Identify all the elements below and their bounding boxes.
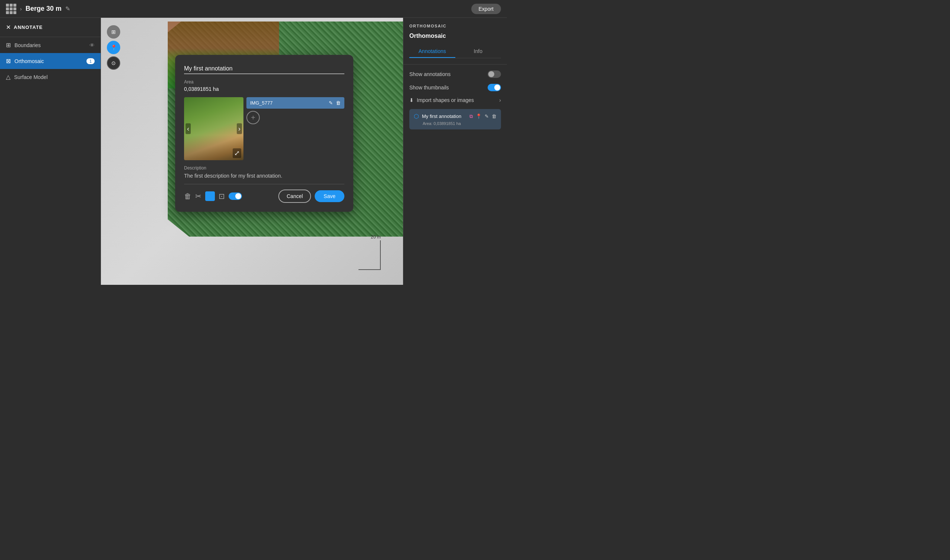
tab-info[interactable]: Info bbox=[455, 45, 501, 58]
breadcrumb-chevron: › bbox=[20, 6, 22, 12]
import-icon: ⬇ bbox=[409, 97, 414, 103]
right-sidebar: ORTHOMOSAIC Orthomosaic Annotations Info… bbox=[403, 18, 507, 285]
cut-annotation-button[interactable]: ✂ bbox=[195, 192, 202, 201]
annotation-modal: Area 0,03891851 ha ‹ › ⤢ IMG_5777 ✎ 🗑 bbox=[175, 55, 353, 212]
save-button[interactable]: Save bbox=[315, 190, 344, 202]
sidebar-item-boundaries-left: ⊞ Boundaries bbox=[6, 42, 41, 49]
scale-bar: 20 m bbox=[358, 234, 381, 270]
divider bbox=[184, 184, 344, 184]
toggle-bg[interactable] bbox=[228, 192, 242, 200]
surface-model-icon: △ bbox=[6, 74, 11, 80]
scale-label: 20 m bbox=[371, 234, 381, 240]
rs-body: Show annotations Show thumbnails ⬇ Impor… bbox=[403, 65, 507, 285]
toggle-knob bbox=[235, 193, 241, 199]
right-sidebar-header: ORTHOMOSAIC Orthomosaic Annotations Info bbox=[403, 18, 507, 65]
sidebar-item-orthomosaic[interactable]: ⊠ Orthomosaic 1 bbox=[0, 53, 100, 69]
show-annotations-label: Show annotations bbox=[409, 71, 450, 77]
annotation-name-input[interactable] bbox=[184, 64, 344, 74]
visibility-icon[interactable]: 👁 bbox=[89, 42, 95, 48]
export-button[interactable]: Export bbox=[471, 4, 501, 14]
topbar: › Berge 30 m ✎ Export bbox=[0, 0, 507, 18]
polygon-icon: ⬡ bbox=[414, 113, 419, 120]
show-annotations-toggle[interactable] bbox=[487, 71, 501, 78]
media-next-button[interactable]: › bbox=[237, 123, 242, 134]
import-row-left: ⬇ Import shapes or images bbox=[409, 97, 474, 103]
ali-actions: ⧉ 📍 ✎ 🗑 bbox=[469, 114, 497, 119]
media-add-button[interactable]: + bbox=[247, 111, 260, 124]
ali-top: ⬡ My first annotation ⧉ 📍 ✎ 🗑 bbox=[414, 113, 497, 120]
import-row[interactable]: ⬇ Import shapes or images › bbox=[409, 97, 501, 103]
show-annotations-row: Show annotations bbox=[409, 71, 501, 78]
ali-delete-icon[interactable]: 🗑 bbox=[492, 114, 497, 119]
left-sidebar: ✕ ANNOTATE ⊞ Boundaries 👁 ⊠ Orthomosaic … bbox=[0, 18, 101, 285]
tab-annotations[interactable]: Annotations bbox=[409, 45, 455, 58]
rs-subtitle: Orthomosaic bbox=[409, 32, 501, 39]
orthomosaic-badge: 1 bbox=[86, 58, 95, 64]
rs-tabs: Annotations Info bbox=[409, 45, 501, 58]
map-layers-button[interactable]: ⊞ bbox=[107, 25, 120, 38]
description-value: The first description for my first annot… bbox=[184, 173, 344, 179]
description-label: Description bbox=[184, 165, 344, 171]
media-expand-icon[interactable]: ⤢ bbox=[233, 148, 241, 158]
media-file-row[interactable]: IMG_5777 ✎ 🗑 bbox=[247, 97, 344, 109]
sidebar-item-orthomosaic-left: ⊠ Orthomosaic bbox=[6, 57, 44, 65]
import-label: Import shapes or images bbox=[417, 97, 474, 103]
map-compass-button[interactable]: ⊙ bbox=[107, 56, 120, 70]
media-file-actions: ✎ 🗑 bbox=[329, 100, 341, 106]
sidebar-item-surface-model[interactable]: △ Surface Model bbox=[0, 69, 100, 85]
shape-button[interactable]: ⊡ bbox=[219, 192, 225, 201]
map-area[interactable]: ⊞ 📍 ⊙ Area 0,03891851 ha ‹ › ⤢ IMG_5777 bbox=[101, 18, 403, 285]
show-thumbnails-row: Show thumbnails bbox=[409, 84, 501, 91]
map-location-button[interactable]: 📍 bbox=[107, 41, 120, 54]
map-controls: ⊞ 📍 ⊙ bbox=[107, 25, 120, 70]
show-thumbnails-label: Show thumbnails bbox=[409, 85, 449, 91]
annotation-footer: 🗑 ✂ ⊡ Cancel Save bbox=[184, 189, 344, 203]
sidebar-item-boundaries-label: Boundaries bbox=[14, 42, 41, 48]
annotate-title: ANNOTATE bbox=[14, 25, 43, 30]
annotation-list-item: ⬡ My first annotation ⧉ 📍 ✎ 🗑 Area: 0,03… bbox=[409, 109, 501, 129]
sidebar-item-surface-left: △ Surface Model bbox=[6, 74, 48, 80]
delete-annotation-button[interactable]: 🗑 bbox=[184, 192, 191, 201]
ali-edit-icon[interactable]: ✎ bbox=[485, 114, 489, 119]
show-thumbnails-toggle[interactable] bbox=[487, 84, 501, 91]
edit-icon[interactable]: ✎ bbox=[65, 5, 70, 12]
ali-copy-icon[interactable]: ⧉ bbox=[469, 114, 473, 119]
media-photo-container: ‹ › ⤢ bbox=[184, 97, 244, 160]
sidebar-item-orthomosaic-label: Orthomosaic bbox=[14, 58, 44, 64]
media-right: IMG_5777 ✎ 🗑 + bbox=[247, 97, 344, 160]
ali-location-icon[interactable]: 📍 bbox=[476, 114, 482, 119]
media-filename: IMG_5777 bbox=[250, 100, 273, 106]
color-picker[interactable] bbox=[205, 191, 215, 201]
toggle-knob-off bbox=[488, 71, 494, 77]
cancel-button[interactable]: Cancel bbox=[278, 189, 311, 203]
grid-icon[interactable] bbox=[6, 4, 16, 14]
area-label: Area bbox=[184, 79, 344, 85]
rs-section-title: ORTHOMOSAIC bbox=[409, 24, 501, 28]
annotation-item-name: My first annotation bbox=[422, 114, 461, 119]
annotation-item-area: Area: 0,03891851 ha bbox=[414, 121, 497, 126]
toggle-knob-on bbox=[494, 85, 500, 91]
page-title: Berge 30 m bbox=[26, 5, 62, 12]
media-edit-icon[interactable]: ✎ bbox=[329, 100, 333, 106]
close-icon[interactable]: ✕ bbox=[6, 24, 11, 31]
ali-left: ⬡ My first annotation bbox=[414, 113, 461, 120]
media-prev-button[interactable]: ‹ bbox=[185, 123, 191, 134]
annotation-media: ‹ › ⤢ IMG_5777 ✎ 🗑 + bbox=[184, 97, 344, 160]
visibility-toggle[interactable] bbox=[228, 192, 242, 200]
sidebar-item-surface-label: Surface Model bbox=[14, 74, 48, 80]
topbar-left: › Berge 30 m ✎ bbox=[6, 4, 70, 14]
import-chevron-icon: › bbox=[499, 97, 501, 103]
annotate-header: ✕ ANNOTATE bbox=[0, 18, 100, 37]
boundaries-icon: ⊞ bbox=[6, 42, 11, 49]
area-value: 0,03891851 ha bbox=[184, 86, 344, 92]
media-delete-icon[interactable]: 🗑 bbox=[336, 100, 341, 106]
orthomosaic-icon: ⊠ bbox=[6, 57, 11, 65]
sidebar-item-boundaries[interactable]: ⊞ Boundaries 👁 bbox=[0, 37, 100, 53]
scale-line bbox=[358, 240, 381, 270]
main-layout: ✕ ANNOTATE ⊞ Boundaries 👁 ⊠ Orthomosaic … bbox=[0, 18, 507, 285]
